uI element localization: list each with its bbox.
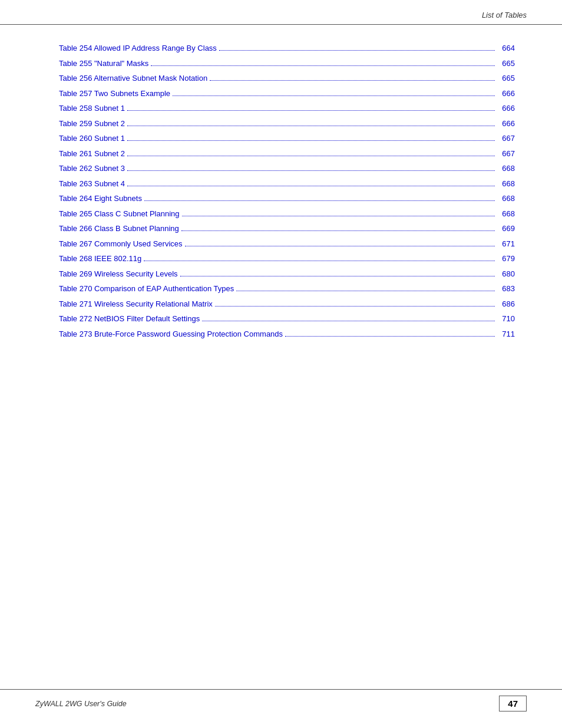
toc-dots [219, 50, 495, 51]
toc-dots [180, 276, 495, 276]
page: List of Tables Table 254 Allowed IP Addr… [0, 0, 562, 728]
toc-page-number: 710 [497, 313, 515, 325]
toc-link[interactable]: Table 255 "Natural" Masks [59, 58, 148, 70]
toc-dots [215, 306, 495, 307]
toc-entry: Table 263 Subnet 4668 [59, 178, 515, 190]
toc-dots [127, 140, 495, 141]
toc-dots [127, 110, 495, 111]
toc-entry: Table 255 "Natural" Masks665 [59, 58, 515, 70]
toc-link[interactable]: Table 264 Eight Subnets [59, 193, 142, 205]
toc-entry: Table 259 Subnet 2666 [59, 118, 515, 130]
toc-dots [202, 321, 495, 321]
toc-page-number: 679 [497, 253, 515, 265]
toc-entry: Table 257 Two Subnets Example666 [59, 88, 515, 100]
toc-link[interactable]: Table 262 Subnet 3 [59, 163, 125, 174]
toc-entry: Table 262 Subnet 3668 [59, 163, 515, 174]
toc-link[interactable]: Table 271 Wireless Security Relational M… [59, 298, 213, 310]
toc-dots [210, 80, 495, 81]
toc-link[interactable]: Table 257 Two Subnets Example [59, 88, 170, 100]
toc-link[interactable]: Table 269 Wireless Security Levels [59, 268, 178, 280]
toc-page-number: 666 [497, 103, 515, 114]
toc-page-number: 683 [497, 283, 515, 295]
toc-link[interactable]: Table 260 Subnet 1 [59, 133, 125, 144]
toc-link[interactable]: Table 261 Subnet 2 [59, 148, 125, 160]
toc-dots [127, 126, 495, 126]
toc-content: Table 254 Allowed IP Address Range By Cl… [0, 42, 562, 340]
toc-page-number: 686 [497, 298, 515, 310]
toc-link[interactable]: Table 265 Class C Subnet Planning [59, 208, 180, 220]
toc-page-number: 669 [497, 223, 515, 235]
toc-link[interactable]: Table 266 Class B Subnet Planning [59, 223, 179, 235]
toc-entry: Table 261 Subnet 2667 [59, 148, 515, 160]
toc-page-number: 666 [497, 118, 515, 130]
toc-page-number: 664 [497, 42, 515, 54]
toc-link[interactable]: Table 270 Comparison of EAP Authenticati… [59, 283, 234, 295]
toc-dots [181, 230, 495, 231]
toc-entry: Table 273 Brute-Force Password Guessing … [59, 328, 515, 340]
toc-link[interactable]: Table 256 Alternative Subnet Mask Notati… [59, 73, 207, 84]
toc-link[interactable]: Table 259 Subnet 2 [59, 118, 125, 130]
toc-page-number: 680 [497, 268, 515, 280]
toc-entry: Table 267 Commonly Used Services671 [59, 238, 515, 250]
toc-dots [151, 65, 495, 66]
toc-link[interactable]: Table 258 Subnet 1 [59, 103, 125, 114]
toc-link[interactable]: Table 273 Brute-Force Password Guessing … [59, 328, 283, 340]
toc-entry: Table 270 Comparison of EAP Authenticati… [59, 283, 515, 295]
toc-page-number: 665 [497, 73, 515, 84]
toc-entry: Table 256 Alternative Subnet Mask Notati… [59, 73, 515, 84]
toc-link[interactable]: Table 272 NetBIOS Filter Default Setting… [59, 313, 200, 325]
toc-dots [144, 200, 495, 201]
toc-dots [173, 95, 495, 96]
footer-guide-title: ZyWALL 2WG User's Guide [35, 700, 127, 708]
toc-dots [185, 246, 495, 246]
toc-entry: Table 272 NetBIOS Filter Default Setting… [59, 313, 515, 325]
header-title: List of Tables [482, 11, 527, 19]
toc-dots [127, 186, 495, 186]
toc-entry: Table 264 Eight Subnets668 [59, 193, 515, 205]
toc-page-number: 667 [497, 148, 515, 160]
toc-link[interactable]: Table 254 Allowed IP Address Range By Cl… [59, 42, 217, 54]
toc-entry: Table 266 Class B Subnet Planning669 [59, 223, 515, 235]
toc-page-number: 668 [497, 208, 515, 220]
toc-link[interactable]: Table 263 Subnet 4 [59, 178, 125, 190]
toc-entry: Table 258 Subnet 1666 [59, 103, 515, 114]
toc-link[interactable]: Table 268 IEEE 802.11g [59, 253, 141, 265]
toc-link[interactable]: Table 267 Commonly Used Services [59, 238, 183, 250]
toc-page-number: 711 [497, 328, 515, 340]
toc-entry: Table 254 Allowed IP Address Range By Cl… [59, 42, 515, 54]
toc-entry: Table 271 Wireless Security Relational M… [59, 298, 515, 310]
page-footer: ZyWALL 2WG User's Guide 47 [0, 689, 562, 711]
toc-entry: Table 268 IEEE 802.11g679 [59, 253, 515, 265]
toc-page-number: 668 [497, 178, 515, 190]
toc-dots [127, 170, 495, 171]
toc-dots [236, 291, 495, 291]
toc-dots [144, 261, 495, 261]
toc-page-number: 667 [497, 133, 515, 144]
toc-dots [285, 336, 495, 337]
toc-page-number: 668 [497, 163, 515, 174]
footer-page-number: 47 [499, 696, 527, 711]
toc-entry: Table 269 Wireless Security Levels680 [59, 268, 515, 280]
toc-page-number: 671 [497, 238, 515, 250]
toc-entry: Table 260 Subnet 1667 [59, 133, 515, 144]
toc-page-number: 668 [497, 193, 515, 205]
page-header: List of Tables [0, 0, 562, 25]
toc-page-number: 665 [497, 58, 515, 70]
toc-entry: Table 265 Class C Subnet Planning668 [59, 208, 515, 220]
toc-dots [182, 216, 495, 216]
toc-page-number: 666 [497, 88, 515, 100]
toc-dots [127, 156, 495, 156]
